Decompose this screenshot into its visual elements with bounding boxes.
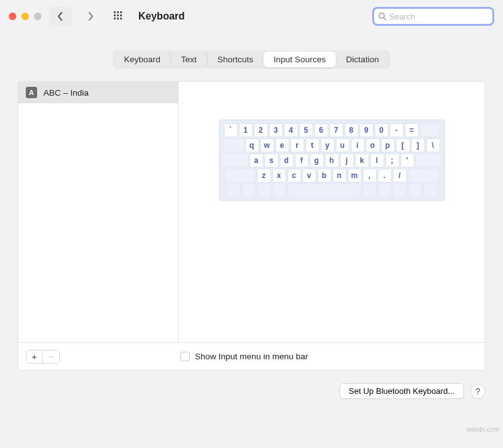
search-input[interactable] bbox=[389, 12, 489, 21]
key-blank: . bbox=[393, 184, 407, 198]
svg-rect-1 bbox=[117, 11, 119, 13]
zoom-window-button[interactable] bbox=[34, 13, 41, 20]
window-title: Keyboard bbox=[138, 11, 185, 22]
back-button[interactable] bbox=[49, 7, 72, 26]
keyboard-preview: ` 1 2 3 4 5 6 7 8 9 0 - = . . bbox=[219, 120, 445, 201]
svg-line-11 bbox=[384, 18, 385, 20]
key: y bbox=[321, 138, 334, 152]
key-blank: . bbox=[257, 184, 271, 198]
close-window-button[interactable] bbox=[9, 13, 16, 20]
key: c bbox=[287, 169, 301, 182]
key: g bbox=[310, 154, 324, 167]
tab-keyboard[interactable]: Keyboard bbox=[114, 52, 171, 67]
key-blank: . bbox=[378, 184, 392, 198]
key: r bbox=[290, 138, 304, 152]
add-remove-group: + − bbox=[26, 350, 60, 364]
key-blank: . bbox=[242, 184, 256, 198]
tab-shortcuts[interactable]: Shortcuts bbox=[207, 52, 263, 67]
tab-input-sources[interactable]: Input Sources bbox=[263, 52, 336, 67]
key-blank: . bbox=[227, 184, 241, 198]
key: ] bbox=[411, 138, 425, 152]
key: p bbox=[381, 138, 395, 152]
search-field[interactable] bbox=[372, 7, 494, 26]
key: 1 bbox=[239, 123, 253, 137]
input-source-item[interactable]: A ABC – India bbox=[18, 82, 178, 103]
tab-dictation[interactable]: Dictation bbox=[336, 52, 389, 67]
key: s bbox=[265, 154, 279, 167]
key: o bbox=[366, 138, 380, 152]
key-blank: . bbox=[224, 169, 256, 182]
key: z bbox=[257, 169, 271, 182]
key: / bbox=[393, 169, 407, 182]
key: , bbox=[363, 169, 377, 182]
tab-text[interactable]: Text bbox=[171, 52, 207, 67]
key: l bbox=[370, 154, 384, 167]
svg-rect-0 bbox=[114, 11, 116, 13]
key: 5 bbox=[299, 123, 313, 137]
key: k bbox=[355, 154, 369, 167]
key: e bbox=[275, 138, 289, 152]
add-source-button[interactable]: + bbox=[26, 350, 43, 363]
input-source-list[interactable]: A ABC – India bbox=[18, 82, 179, 342]
chevron-left-icon bbox=[57, 11, 64, 21]
key: f bbox=[295, 154, 309, 167]
key: - bbox=[390, 123, 404, 137]
grid-icon bbox=[114, 11, 124, 21]
svg-rect-9 bbox=[120, 18, 122, 20]
key: b bbox=[318, 169, 331, 182]
key: ` bbox=[224, 123, 238, 137]
key: a bbox=[250, 154, 263, 167]
svg-rect-8 bbox=[117, 18, 119, 20]
key: j bbox=[340, 154, 354, 167]
key: x bbox=[272, 169, 286, 182]
key: m bbox=[348, 169, 362, 182]
svg-rect-7 bbox=[114, 18, 116, 20]
input-source-badge: A bbox=[26, 87, 37, 98]
key: 9 bbox=[360, 123, 373, 137]
key-blank: . bbox=[420, 123, 440, 137]
key: [ bbox=[396, 138, 410, 152]
key-blank: . bbox=[416, 154, 442, 167]
svg-rect-4 bbox=[114, 14, 116, 16]
window-controls bbox=[9, 13, 41, 20]
key: 8 bbox=[345, 123, 358, 137]
remove-source-button[interactable]: − bbox=[43, 350, 59, 363]
key: = bbox=[405, 123, 419, 137]
help-button[interactable]: ? bbox=[470, 384, 485, 399]
key: \ bbox=[426, 138, 440, 152]
key-blank: . bbox=[408, 169, 439, 182]
key: ; bbox=[385, 154, 399, 167]
key: d bbox=[280, 154, 294, 167]
watermark: wsxdn.com bbox=[467, 426, 499, 433]
minimize-window-button[interactable] bbox=[21, 13, 29, 20]
key-blank: . bbox=[272, 184, 286, 198]
search-icon bbox=[378, 12, 387, 21]
key: w bbox=[260, 138, 274, 152]
key-blank: . bbox=[408, 184, 422, 198]
key: . bbox=[378, 169, 392, 182]
svg-rect-5 bbox=[117, 14, 119, 16]
key-blank: . bbox=[423, 184, 437, 198]
key: q bbox=[245, 138, 259, 152]
key: i bbox=[351, 138, 365, 152]
show-all-button[interactable] bbox=[109, 11, 128, 21]
key: ' bbox=[401, 154, 414, 167]
keyboard-preview-area: ` 1 2 3 4 5 6 7 8 9 0 - = . . bbox=[179, 82, 485, 342]
show-input-menu-checkbox[interactable] bbox=[180, 352, 190, 361]
forward-button[interactable] bbox=[79, 7, 102, 26]
input-source-name: ABC – India bbox=[43, 88, 89, 98]
key: 0 bbox=[375, 123, 389, 137]
key: h bbox=[325, 154, 339, 167]
titlebar: Keyboard bbox=[0, 0, 503, 33]
key-blank: . bbox=[224, 138, 244, 152]
key: 2 bbox=[254, 123, 268, 137]
key: u bbox=[336, 138, 350, 152]
key: 3 bbox=[269, 123, 283, 137]
bottom-bar: Set Up Bluetooth Keyboard... ? bbox=[0, 371, 503, 399]
svg-rect-2 bbox=[120, 11, 122, 13]
chevron-right-icon bbox=[87, 11, 94, 21]
setup-bluetooth-button[interactable]: Set Up Bluetooth Keyboard... bbox=[340, 383, 464, 399]
tab-bar: Keyboard Text Shortcuts Input Sources Di… bbox=[0, 50, 503, 69]
svg-rect-6 bbox=[120, 14, 122, 16]
input-sources-panel: A ABC – India ` 1 2 3 4 5 6 7 8 9 0 bbox=[18, 81, 485, 371]
